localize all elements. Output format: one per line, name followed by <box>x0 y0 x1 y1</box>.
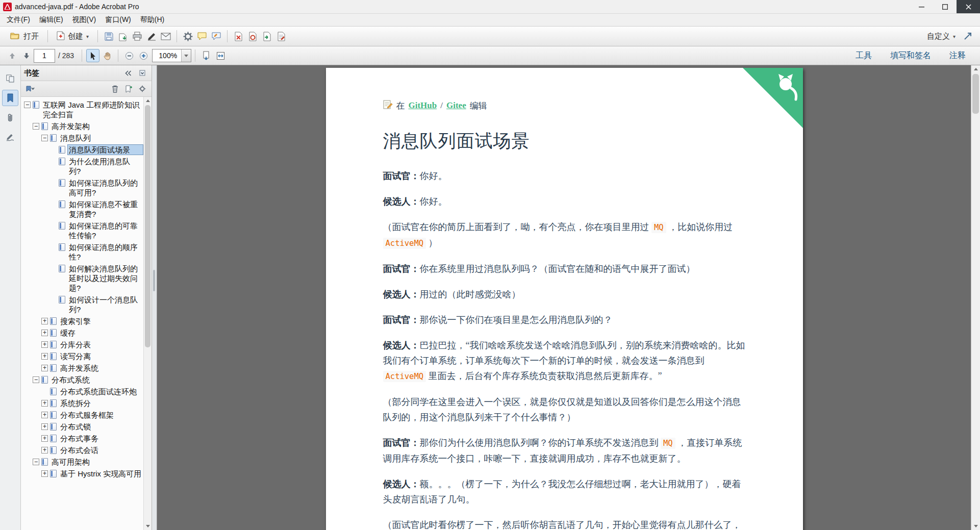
zoom-dropdown-icon[interactable] <box>181 49 191 62</box>
page-thumbnails-icon[interactable] <box>2 70 18 87</box>
scroll-down-icon[interactable] <box>144 522 152 530</box>
bookmark-item[interactable]: +分布式锁 <box>21 421 144 433</box>
attachments-icon[interactable] <box>2 109 18 125</box>
bookmark-item[interactable]: +高并发系统 <box>21 362 144 374</box>
gitee-link[interactable]: Gitee <box>446 100 466 111</box>
bookmark-item[interactable]: 如何保证消息队列的高可用? <box>21 177 144 198</box>
sign-icon[interactable] <box>145 30 158 43</box>
github-link[interactable]: GitHub <box>409 100 437 111</box>
hand-tool-icon[interactable] <box>100 49 114 62</box>
expand-toggle-icon[interactable]: + <box>41 341 48 348</box>
expand-toggle-icon[interactable]: + <box>41 435 48 442</box>
expand-toggle-icon[interactable]: + <box>41 330 48 336</box>
bookmarks-scroll-thumb[interactable] <box>145 105 150 347</box>
bookmark-settings-icon[interactable] <box>136 83 148 95</box>
bookmark-item[interactable]: +缓存 <box>21 327 144 339</box>
bookmark-item[interactable]: −分布式系统 <box>21 374 144 386</box>
print-icon[interactable] <box>131 30 144 43</box>
fit-page-icon[interactable] <box>214 49 227 62</box>
customize-button[interactable]: 自定义 ▾ <box>922 29 961 44</box>
bookmark-item[interactable]: −互联网 Java 工程师进阶知识完全扫盲 <box>21 99 144 120</box>
bookmark-item[interactable]: 分布式系统面试连环炮 <box>21 386 144 397</box>
document-scrollbar[interactable] <box>971 65 980 530</box>
comment-panel-button[interactable]: 注释 <box>940 47 975 64</box>
bookmark-item[interactable]: +分库分表 <box>21 339 144 350</box>
extract-pages-icon[interactable] <box>246 30 259 43</box>
minimize-button[interactable] <box>910 0 933 13</box>
email-icon[interactable] <box>159 30 172 43</box>
bookmark-item[interactable]: 如何保证消息的顺序性? <box>21 241 144 263</box>
collapse-toggle-icon[interactable]: − <box>33 459 39 465</box>
next-page-icon[interactable] <box>20 49 33 62</box>
collapse-panel-icon[interactable] <box>122 67 134 79</box>
bookmark-item[interactable]: 如何解决消息队列的延时以及过期失效问题? <box>21 263 144 294</box>
tools-panel-button[interactable]: 工具 <box>846 47 881 64</box>
bookmark-item[interactable]: −高可用架构 <box>21 456 144 468</box>
bookmark-item[interactable]: +读写分离 <box>21 350 144 362</box>
bookmark-item[interactable]: +分布式事务 <box>21 433 144 444</box>
bookmark-item[interactable]: +分布式会话 <box>21 444 144 456</box>
bookmarks-scrollbar[interactable] <box>143 97 152 530</box>
fill-form-icon[interactable] <box>274 30 288 43</box>
bookmarks-panel-icon[interactable] <box>2 90 18 106</box>
expand-toggle-icon[interactable]: + <box>41 412 48 418</box>
bookmark-item[interactable]: 如何保证消息的可靠性传输? <box>21 220 144 241</box>
expand-toggle-icon[interactable]: + <box>41 365 48 371</box>
bookmark-item[interactable]: −消息队列 <box>21 132 144 144</box>
menu-item-2[interactable]: 编辑(E) <box>35 14 68 26</box>
comment-icon[interactable] <box>195 30 209 43</box>
bookmark-item[interactable]: +基于 Hystrix 实现高可用 <box>21 468 144 479</box>
gear-icon[interactable] <box>181 30 194 43</box>
create-button[interactable]: 创建 ▾ <box>52 29 94 44</box>
export-pdf-icon[interactable] <box>260 30 273 43</box>
zoom-in-icon[interactable] <box>137 49 150 62</box>
save-icon[interactable] <box>102 30 115 43</box>
bookmark-item[interactable]: 为什么使用消息队列? <box>21 156 144 177</box>
previous-page-icon[interactable] <box>6 49 19 62</box>
menu-item-4[interactable]: 窗口(W) <box>100 14 136 26</box>
toolbar-expand-icon[interactable] <box>961 30 974 43</box>
github-corner-cat-icon[interactable] <box>743 68 803 128</box>
new-bookmark-icon[interactable] <box>122 83 135 95</box>
splitter-grip[interactable] <box>153 270 155 291</box>
signatures-icon[interactable] <box>2 129 18 145</box>
bookmark-item[interactable]: +搜索引擎 <box>21 315 144 327</box>
bookmark-item[interactable]: 如何保证消息不被重复消费? <box>21 198 144 220</box>
document-scroll-thumb[interactable] <box>972 74 979 114</box>
panel-menu-icon[interactable] <box>136 67 148 79</box>
bookmark-item[interactable]: +系统拆分 <box>21 397 144 409</box>
collapse-toggle-icon[interactable]: − <box>33 376 39 383</box>
bookmark-item[interactable]: 消息队列面试场景 <box>21 144 144 156</box>
zoom-level-select[interactable]: 100% <box>152 49 191 62</box>
delete-bookmark-icon[interactable] <box>109 83 121 95</box>
expand-toggle-icon[interactable]: + <box>41 353 48 360</box>
bookmark-item[interactable]: +分布式服务框架 <box>21 409 144 421</box>
bookmark-item[interactable]: 如何设计一个消息队列? <box>21 294 144 315</box>
zoom-out-icon[interactable] <box>122 49 136 62</box>
expand-toggle-icon[interactable]: + <box>41 447 48 453</box>
collapse-toggle-icon[interactable]: − <box>41 135 48 141</box>
close-button[interactable] <box>957 0 980 13</box>
share-icon[interactable] <box>116 30 130 43</box>
open-button[interactable]: 打开 <box>5 29 44 44</box>
expand-toggle-icon[interactable]: + <box>41 470 48 477</box>
doc-scroll-down-icon[interactable] <box>971 522 980 530</box>
maximize-button[interactable] <box>933 0 957 13</box>
annotate-icon[interactable] <box>210 30 223 43</box>
collapse-toggle-icon[interactable]: − <box>33 123 39 130</box>
collapse-toggle-icon[interactable]: − <box>24 102 31 108</box>
bookmark-options-icon[interactable] <box>24 83 36 95</box>
menu-item-1[interactable]: 文件(F) <box>2 14 35 26</box>
scroll-mode-icon[interactable] <box>199 49 213 62</box>
document-viewport[interactable]: 在 GitHub / Gitee 编辑 消息队列面试场景 面试官：你好。候选人：… <box>157 65 971 530</box>
select-tool-icon[interactable] <box>86 49 99 62</box>
panel-splitter[interactable] <box>152 65 157 530</box>
delete-pages-icon[interactable] <box>232 30 245 43</box>
menu-item-5[interactable]: 帮助(H) <box>136 14 169 26</box>
expand-toggle-icon[interactable]: + <box>41 318 48 324</box>
page-number-input[interactable] <box>34 49 55 63</box>
doc-scroll-up-icon[interactable] <box>971 65 980 73</box>
scroll-up-icon[interactable] <box>144 97 152 105</box>
fill-sign-panel-button[interactable]: 填写和签名 <box>881 47 940 64</box>
bookmark-item[interactable]: −高并发架构 <box>21 120 144 132</box>
